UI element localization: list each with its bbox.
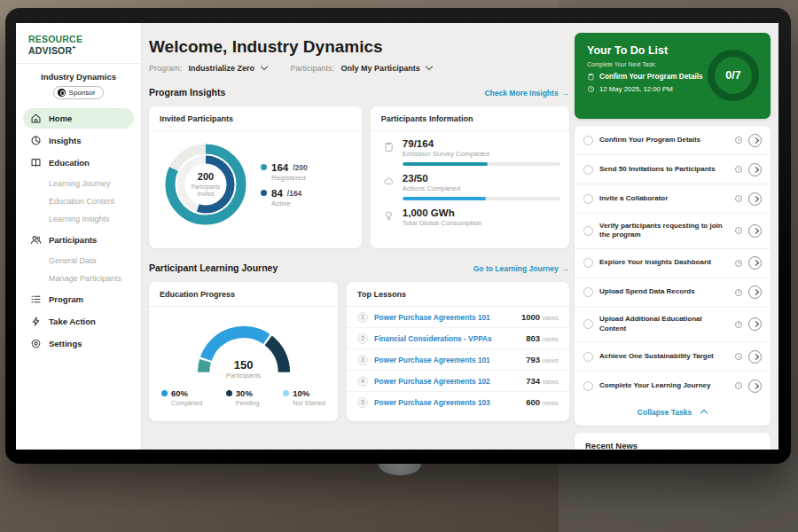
stat-total-consumption: 1,000 GWh Total Global Consumption (371, 200, 569, 227)
main-content: Welcome, Industry Dynamics Program: Indu… (142, 23, 575, 450)
sponsor-badge[interactable]: Sponsor (53, 86, 105, 99)
task-chevron-button[interactable] (748, 350, 762, 364)
task-checkbox[interactable] (583, 258, 593, 268)
todo-hero-card: Your To Do List Complete Your Next Task:… (575, 33, 771, 119)
gauge-center-label: Participants (187, 372, 301, 379)
task-chevron-button[interactable] (748, 134, 762, 147)
insights-icon (30, 135, 42, 146)
gauge-legend: 60% Completed 30% Pending 10% Not Starte… (149, 378, 338, 407)
task-chevron-button[interactable] (748, 192, 762, 206)
lesson-link[interactable]: Power Purchase Agreements 101 (374, 313, 515, 322)
stat-label: Emission Survey Completed (403, 150, 560, 158)
go-to-learning-journey-link[interactable]: Go to Learning Journey → (473, 263, 569, 273)
stat-value: 23/50 (403, 173, 560, 184)
rank-badge: 5 (357, 397, 368, 408)
collapse-tasks-link[interactable]: Collapse Tasks (575, 400, 771, 426)
donut-legend: 164/200 Registered 84/164 Active (261, 156, 308, 214)
sidebar-item-manage-participants[interactable]: Manage Participants (23, 270, 134, 287)
sidebar-item-education-content[interactable]: Education Content (23, 192, 134, 210)
legend-pending: 30% Pending (226, 388, 260, 407)
donut-center-value: 200 (198, 171, 214, 182)
sidebar-item-learning-journey[interactable]: Learning Journey (23, 175, 134, 192)
legend-registered: 164/200 Registered (261, 162, 308, 182)
sidebar-item-program[interactable]: Program (23, 289, 134, 309)
page-title: Welcome, Industry Dynamics (149, 37, 569, 57)
todo-panel: Your To Do List Complete Your Next Task:… (575, 23, 771, 450)
task-checkbox[interactable] (583, 226, 593, 236)
legend-not-started: 10% Not Started (283, 388, 325, 407)
logo-resource: RESOURCE (28, 34, 82, 44)
task-checkbox[interactable] (583, 381, 593, 391)
task-checkbox[interactable] (583, 287, 593, 297)
chevron-up-icon (701, 408, 708, 414)
chevron-down-icon (262, 63, 268, 69)
todo-progress-ring: 0/7 (708, 50, 759, 101)
task-row: Achieve One Sustainability Target (575, 342, 771, 372)
sidebar-item-insights[interactable]: Insights (23, 130, 134, 151)
sidebar-item-home[interactable]: Home (23, 108, 134, 129)
todo-progress-value: 0/7 (725, 69, 740, 82)
sponsor-badge-label: Sponsor (69, 89, 96, 97)
sidebar-item-participants[interactable]: Participants (23, 230, 134, 250)
clock-icon (735, 227, 742, 234)
clock-icon (735, 260, 742, 267)
org-name: Industry Dynamics (16, 72, 141, 82)
task-chevron-button[interactable] (748, 163, 762, 176)
legend-dot (226, 390, 232, 396)
program-insights-header: Program Insights Check More Insights → (149, 87, 569, 98)
task-row: Upload Spend Data Records (575, 278, 771, 308)
stat-emission-survey: 79/164 Emission Survey Completed (371, 131, 569, 166)
stat-label: Total Global Consumption (403, 219, 557, 227)
logo-advisor: ADVISOR (28, 45, 72, 56)
program-filter[interactable]: Program: Industrialize Zero (149, 64, 268, 73)
task-checkbox[interactable] (583, 194, 593, 204)
lesson-link[interactable]: Power Purchase Agreements 101 (374, 356, 520, 364)
learning-journey-header: Participant Learning Journey Go to Learn… (149, 262, 569, 273)
task-chevron-button[interactable] (748, 317, 762, 331)
education-progress-card: Education Progress 150 Participants 60% … (149, 282, 338, 421)
task-chevron-button[interactable] (748, 224, 762, 238)
gear-icon (30, 338, 42, 349)
sidebar-item-general-data[interactable]: General Data (23, 252, 134, 270)
clock-icon (735, 166, 742, 173)
task-chevron-button[interactable] (748, 286, 762, 299)
participants-filter[interactable]: Participants: Only My Participants (291, 64, 434, 73)
task-checkbox[interactable] (583, 136, 593, 145)
check-more-insights-link[interactable]: Check More Insights → (484, 88, 569, 98)
chevron-down-icon (426, 63, 433, 69)
sidebar-item-settings[interactable]: Settings (23, 333, 134, 354)
lesson-row: 3 Power Purchase Agreements 101 793 view… (347, 349, 569, 371)
recent-news-card: Recent News (575, 433, 771, 450)
top-lessons-card: Top Lessons 1 Power Purchase Agreements … (347, 282, 569, 421)
people-icon (30, 234, 42, 246)
clock-icon (735, 353, 742, 360)
dashboard-screen: RESOURCE ADVISOR+ Industry Dynamics Spon… (16, 23, 778, 450)
book-icon (30, 157, 42, 168)
donut-center-label: Participants Invited (192, 184, 221, 198)
lesson-link[interactable]: Financial Considerations - VPPAs (374, 334, 520, 343)
task-checkbox[interactable] (583, 352, 593, 362)
card-title: Invited Participants (149, 106, 362, 131)
bulb-icon (383, 210, 395, 222)
actions-icon (383, 176, 395, 187)
stat-label: Actions Completed (403, 184, 560, 192)
lesson-link[interactable]: Power Purchase Agreements 102 (374, 377, 520, 386)
section-title: Program Insights (149, 87, 225, 98)
task-chevron-button[interactable] (748, 379, 762, 393)
invited-participants-donut-chart: 200 Participants Invited (161, 140, 250, 229)
task-row: Complete Your Learning Journey (575, 372, 771, 400)
lesson-link[interactable]: Power Purchase Agreements 103 (374, 398, 520, 407)
progress-bar (403, 162, 560, 166)
task-chevron-button[interactable] (748, 256, 762, 270)
action-icon (30, 316, 42, 327)
sidebar-item-learning-insights[interactable]: Learning Insights (23, 210, 134, 228)
sidebar-item-take-action[interactable]: Take Action (23, 311, 134, 332)
lesson-row: 2 Financial Considerations - VPPAs 803 v… (347, 328, 569, 349)
progress-bar (403, 197, 560, 200)
task-checkbox[interactable] (583, 319, 593, 329)
sidebar-item-education[interactable]: Education (23, 153, 134, 173)
task-checkbox[interactable] (583, 165, 593, 175)
arrow-right-icon: → (560, 88, 569, 98)
clock-icon (735, 382, 742, 389)
gauge-center-value: 150 (187, 358, 301, 372)
